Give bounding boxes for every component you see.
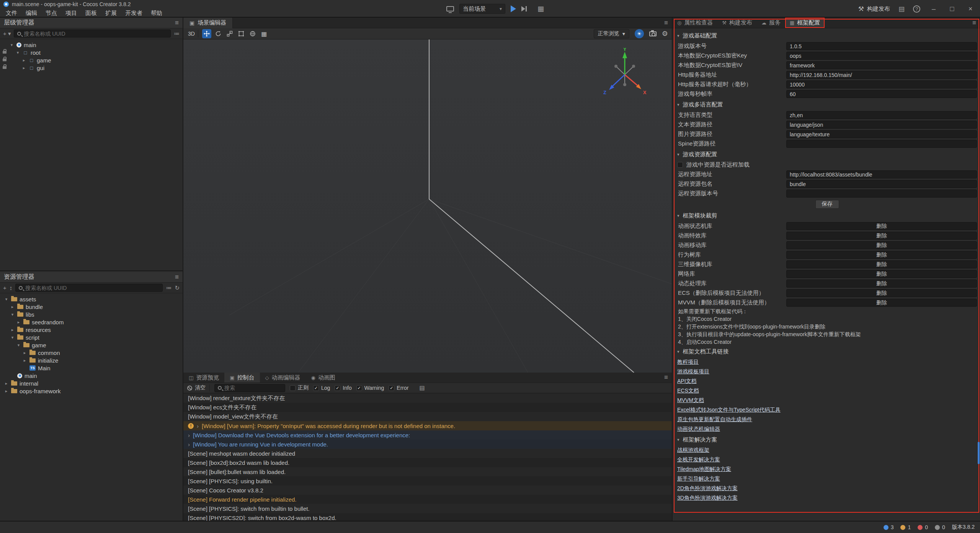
lighting-toggle-icon[interactable]: ☀ — [635, 29, 644, 38]
doc-link[interactable]: 2D角色扮演游戏解决方案 — [677, 484, 738, 493]
tab-scene-editor[interactable]: ▣ 场景编辑器 — [183, 18, 233, 28]
tab-console[interactable]: ▣控制台 — [224, 373, 260, 383]
tree-row[interactable]: ▸initialize — [0, 356, 183, 364]
doc-link[interactable]: 游戏模板项目 — [677, 367, 709, 376]
field-input[interactable] — [786, 190, 977, 198]
log-row[interactable]: [Window] render_texture文件夹不存在 — [183, 394, 672, 403]
close-button[interactable]: × — [965, 5, 975, 13]
tab-animation-editor[interactable]: ◇动画编辑器 — [260, 373, 306, 383]
tree-row[interactable]: main — [0, 372, 183, 379]
tab-framework-config[interactable]: ▦框架配置 — [785, 18, 825, 28]
log-row[interactable]: [Scene] Cocos Creator v3.8.2 — [183, 486, 672, 495]
tree-row[interactable]: ▸internal — [0, 379, 183, 387]
lock-icon[interactable] — [3, 51, 7, 54]
delete-button[interactable]: 删除 — [786, 222, 977, 230]
expand-icon[interactable]: › — [188, 432, 190, 438]
tree-row[interactable]: ▾libs — [0, 311, 183, 318]
gear-icon[interactable]: ⚙ — [662, 29, 668, 38]
refresh-icon[interactable]: ↻ — [175, 284, 180, 291]
checkbox-icon[interactable] — [677, 162, 683, 168]
tab-animation-graph[interactable]: ◉动画图 — [306, 373, 341, 383]
menu-item[interactable]: 扩展 — [101, 8, 121, 18]
log-row[interactable]: [Scene] [box2d]:box2d wasm lib loaded. — [183, 458, 672, 467]
log-row[interactable]: [Scene] [PHYSICS2D]: switch from box2d-w… — [183, 513, 672, 521]
view-mode-dropdown[interactable]: 正常浏览 ▾ — [594, 29, 629, 38]
doc-link[interactable]: MVVM文档 — [677, 396, 704, 405]
field-input[interactable] — [786, 71, 977, 79]
log-row[interactable]: ›[Window] Download the Vue Devtools exte… — [183, 430, 672, 440]
tree-row[interactable]: ▸common — [0, 349, 183, 356]
field-input[interactable] — [786, 170, 977, 178]
tree-row[interactable]: ▸□gui — [0, 64, 183, 72]
camera-icon[interactable] — [649, 31, 657, 36]
assets-search-input[interactable] — [25, 285, 159, 291]
panel-menu-icon[interactable]: ≡ — [972, 19, 976, 27]
filter-info[interactable]: ✓Info — [335, 385, 351, 391]
menu-item[interactable]: 编辑 — [21, 8, 41, 18]
tree-row[interactable]: ▾main — [0, 41, 183, 49]
tree-row[interactable]: ▸bundle — [0, 303, 183, 311]
maximize-button[interactable]: □ — [947, 5, 957, 13]
status-count-error[interactable]: 0 — [918, 524, 928, 530]
tree-row[interactable]: ▾assets — [0, 295, 183, 303]
chevron-right-icon[interactable]: ▸ — [21, 58, 26, 63]
status-count-notification[interactable]: 0 — [935, 524, 945, 530]
scene-selector-dropdown[interactable]: 当前场景 ▾ — [459, 4, 505, 14]
log-row[interactable]: ›[Window] You are running Vue in develop… — [183, 440, 672, 449]
play-button[interactable] — [511, 5, 516, 12]
chevron-right-icon[interactable]: ▸ — [21, 65, 26, 70]
delete-button[interactable]: 删除 — [786, 270, 977, 278]
panel-menu-icon[interactable]: ≡ — [664, 374, 668, 381]
add-node-button[interactable]: + ▾ — [3, 30, 11, 37]
doc-link[interactable]: 原生包热更新配置自动生成插件 — [677, 415, 752, 424]
delete-button[interactable]: 删除 — [786, 260, 977, 268]
field-input[interactable] — [786, 140, 977, 148]
tree-row[interactable]: ▸seedrandom — [0, 318, 183, 326]
delete-button[interactable]: 删除 — [786, 299, 977, 307]
console-search-input[interactable] — [224, 385, 282, 391]
section-header[interactable]: ▾框架模块裁剪 — [677, 210, 977, 221]
chevron-down-icon[interactable]: ▾ — [10, 312, 15, 317]
chevron-right-icon[interactable]: ▸ — [16, 320, 21, 325]
log-row[interactable]: [Scene] meshopt wasm decoder initialized — [183, 449, 672, 458]
menu-item[interactable]: 帮助 — [147, 8, 167, 18]
step-button[interactable] — [521, 5, 528, 12]
snap-grid-button[interactable]: ▦ — [260, 29, 269, 38]
field-input[interactable] — [786, 52, 977, 60]
gizmo-space-button[interactable] — [248, 29, 257, 38]
delete-button[interactable]: 删除 — [786, 232, 977, 240]
delete-button[interactable]: 删除 — [786, 280, 977, 288]
delete-button[interactable]: 删除 — [786, 251, 977, 259]
delete-button[interactable]: 删除 — [786, 241, 977, 249]
tree-row[interactable]: TSMain — [0, 364, 183, 372]
tree-row[interactable]: ▸resources — [0, 326, 183, 334]
tab-build[interactable]: ⚒构建发布 — [717, 18, 757, 28]
log-row[interactable]: [Scene] [bullet]:bullet wasm lib loaded. — [183, 467, 672, 476]
chevron-down-icon[interactable]: ▾ — [10, 335, 15, 340]
tree-row[interactable]: ▾game — [0, 341, 183, 349]
doc-link[interactable]: 动画状态机编辑器 — [677, 424, 720, 434]
field-input[interactable] — [786, 111, 977, 119]
tree-row[interactable]: ▸oops-framework — [0, 387, 183, 395]
section-header[interactable]: ▾框架解决方案 — [677, 434, 977, 445]
sort-icon[interactable]: ↕ — [10, 284, 13, 291]
filter-icon[interactable]: ≔ — [174, 30, 180, 37]
field-input[interactable] — [786, 80, 977, 88]
status-count-message[interactable]: 3 — [884, 524, 894, 530]
chevron-right-icon[interactable]: ▸ — [4, 389, 9, 394]
preview-device-icon[interactable] — [446, 6, 454, 11]
lock-icon[interactable] — [3, 66, 7, 69]
field-input[interactable] — [786, 61, 977, 69]
help-icon[interactable]: ? — [913, 5, 920, 13]
doc-link[interactable]: 全栈开发解决方案 — [677, 455, 720, 464]
log-row[interactable]: [Window] model_view文件夹不存在 — [183, 412, 672, 421]
status-count-warning[interactable]: 1 — [900, 524, 911, 530]
section-header[interactable]: ▾游戏多语言配置 — [677, 99, 977, 110]
doc-link[interactable]: 教程项目 — [677, 357, 699, 367]
log-row[interactable]: [Scene] [PHYSICS]: using builtin. — [183, 476, 672, 486]
tab-service[interactable]: ☁服务 — [757, 18, 785, 28]
minimize-button[interactable]: – — [929, 5, 939, 13]
toggle-3d-button[interactable]: 3D — [187, 30, 198, 38]
menu-item[interactable]: 文件 — [2, 8, 21, 18]
regex-toggle[interactable]: 正则 — [290, 384, 309, 391]
